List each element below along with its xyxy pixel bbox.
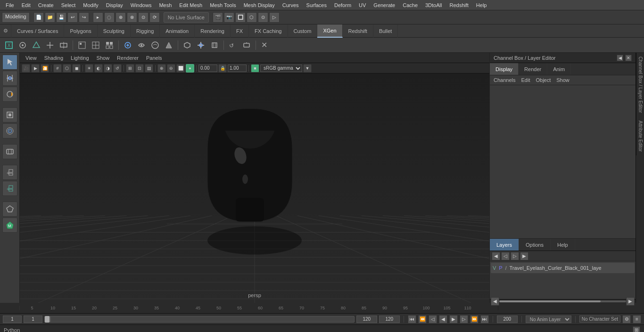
icon-btn-7[interactable]	[103, 39, 116, 51]
attribute-editor-tab[interactable]: Attribute Editor	[636, 117, 644, 155]
viewport-canvas[interactable]: persp	[20, 73, 489, 303]
layers-prev2-btn[interactable]: ◁	[501, 252, 510, 260]
layer-name[interactable]: Travel_Eyelash_Curler_Black_001_laye	[509, 265, 633, 271]
layer-playback[interactable]: P	[499, 265, 502, 271]
menu-mesh[interactable]: Mesh	[155, 1, 175, 9]
vp-mask-btn[interactable]: ▤	[145, 64, 153, 73]
playback-end-btn[interactable]: ⏭	[480, 315, 489, 324]
vp-aa-btn[interactable]: ↺	[113, 64, 122, 73]
save-file-btn[interactable]: 💾	[56, 12, 66, 23]
tab-bullet[interactable]: Bullet	[373, 24, 398, 38]
icon-btn-3[interactable]	[44, 39, 56, 51]
layers-scroll-right-btn[interactable]: ▶	[626, 297, 635, 306]
menu-select[interactable]: Select	[58, 1, 80, 9]
menu-file[interactable]: File	[2, 1, 18, 9]
tab-rendering[interactable]: Rendering	[195, 24, 231, 38]
snap2-btn[interactable]: ⊗	[127, 12, 137, 23]
layers-tab-display[interactable]: Layers	[490, 239, 519, 251]
layers-help[interactable]: Help	[551, 239, 575, 251]
tab-polygons[interactable]: Polygons	[64, 24, 97, 38]
vp-img-btn[interactable]: ⬜	[176, 64, 185, 73]
tab-fx[interactable]: FX	[231, 24, 249, 38]
rotate-tool-btn[interactable]	[2, 87, 17, 102]
tab-animation[interactable]: Animation	[160, 24, 195, 38]
tab-gear-btn[interactable]: ⚙	[0, 24, 11, 38]
menu-generate[interactable]: Generate	[370, 1, 399, 9]
soft-sel-btn[interactable]	[2, 123, 17, 138]
snap-grid-btn[interactable]: +	[2, 181, 17, 196]
menu-surfaces[interactable]: Surfaces	[303, 1, 330, 9]
menu-help[interactable]: Help	[472, 1, 491, 9]
range-end-input[interactable]	[356, 316, 377, 323]
vp-menu-show[interactable]: Show	[94, 54, 113, 62]
snap-btn[interactable]: ⊕	[116, 12, 126, 23]
vp-wire-btn[interactable]: ⬡	[63, 64, 71, 73]
menu-redshift[interactable]: Redshift	[446, 1, 472, 9]
tab-rigging[interactable]: Rigging	[131, 24, 160, 38]
icon-btn-13[interactable]	[195, 39, 207, 51]
icon-btn-9[interactable]	[135, 39, 148, 51]
icon-btn-4[interactable]	[58, 39, 70, 51]
tab-redshift[interactable]: Redshift	[343, 24, 373, 38]
tab-render[interactable]: Render	[519, 63, 547, 75]
render6-btn[interactable]: ▷	[269, 12, 280, 23]
new-file-btn[interactable]: 📄	[33, 12, 44, 23]
layers-scroll-thumb[interactable]	[499, 300, 601, 302]
menu-deform[interactable]: Deform	[330, 1, 355, 9]
icon-btn-12[interactable]	[181, 39, 193, 51]
open-file-btn[interactable]: 📁	[45, 12, 55, 23]
group-btn[interactable]: +	[2, 165, 17, 180]
ch-menu-show[interactable]: Show	[556, 77, 570, 83]
icon-btn-14[interactable]	[208, 39, 221, 51]
vp-film-btn[interactable]: 🎦	[41, 64, 49, 73]
transform-btn[interactable]: ⟳	[149, 12, 160, 23]
icon-btn-15[interactable]: ↺	[227, 39, 239, 51]
scale-tool-btn[interactable]	[2, 107, 17, 122]
rp-minimize-btn[interactable]: ◀	[617, 55, 623, 61]
ch-menu-edit[interactable]: Edit	[521, 77, 530, 83]
vp-menu-lighting[interactable]: Lighting	[68, 54, 92, 62]
anim-layer-dropdown[interactable]: No Anim Layer	[526, 316, 571, 323]
icon-btn-10[interactable]	[149, 39, 161, 51]
playback-play-back-btn[interactable]: ◀	[439, 315, 447, 324]
layers-prev-btn[interactable]: ◀	[492, 252, 500, 260]
render-btn[interactable]: 🎬	[213, 12, 223, 23]
lasso-btn[interactable]: ◌	[104, 12, 115, 23]
vp-menu-panels[interactable]: Panels	[143, 54, 165, 62]
show-hide-btn[interactable]	[2, 144, 17, 159]
mode-dropdown[interactable]: Modeling	[2, 12, 30, 23]
channel-box-tab[interactable]: Channel Box / Layer Editor	[636, 53, 644, 117]
menu-modify[interactable]: Modify	[79, 1, 102, 9]
range-start-input[interactable]	[24, 316, 42, 323]
render3-btn[interactable]: 🔳	[235, 12, 246, 23]
playback-play-btn[interactable]: ▶	[449, 315, 458, 324]
vp-xray-btn[interactable]: ⊖	[167, 64, 175, 73]
menu-mesh-tools[interactable]: Mesh Tools	[206, 1, 239, 9]
rp-maximize-btn[interactable]: ✕	[625, 55, 632, 61]
vp-menu-renderer[interactable]: Renderer	[114, 54, 141, 62]
render5-btn[interactable]: ⊙	[258, 12, 268, 23]
tab-anim[interactable]: Anim	[547, 63, 571, 75]
render2-btn[interactable]: 📷	[224, 12, 234, 23]
maya-logo-btn[interactable]: M	[2, 218, 17, 233]
icon-btn-5[interactable]	[76, 39, 88, 51]
vp-menu-shading[interactable]: Shading	[41, 54, 66, 62]
vp-res-btn[interactable]: ⊡	[135, 64, 144, 73]
playback-start-btn[interactable]: ⏮	[408, 315, 416, 324]
vp-colorspace-btn[interactable]: ▼	[303, 64, 312, 73]
vp-cam2-btn[interactable]: ▶	[31, 64, 40, 73]
menu-create[interactable]: Create	[34, 1, 58, 9]
menu-display[interactable]: Display	[102, 1, 127, 9]
layer-visibility[interactable]: V	[493, 265, 496, 271]
tab-sculpting[interactable]: Sculpting	[98, 24, 131, 38]
vp-iso-btn[interactable]: ⊕	[157, 64, 166, 73]
timeline-slider[interactable]	[44, 316, 355, 323]
vp-grid-btn[interactable]: #	[53, 64, 62, 73]
magnet-btn[interactable]: ⊙	[138, 12, 149, 23]
vp-light-btn[interactable]: ☀	[85, 64, 93, 73]
icon-btn-11[interactable]	[163, 39, 175, 51]
menu-cache[interactable]: Cache	[399, 1, 421, 9]
layers-options[interactable]: Options	[519, 239, 551, 251]
vp-hud-btn[interactable]: ⊞	[126, 64, 134, 73]
tab-curves-surfaces[interactable]: Curves / Surfaces	[11, 24, 64, 38]
